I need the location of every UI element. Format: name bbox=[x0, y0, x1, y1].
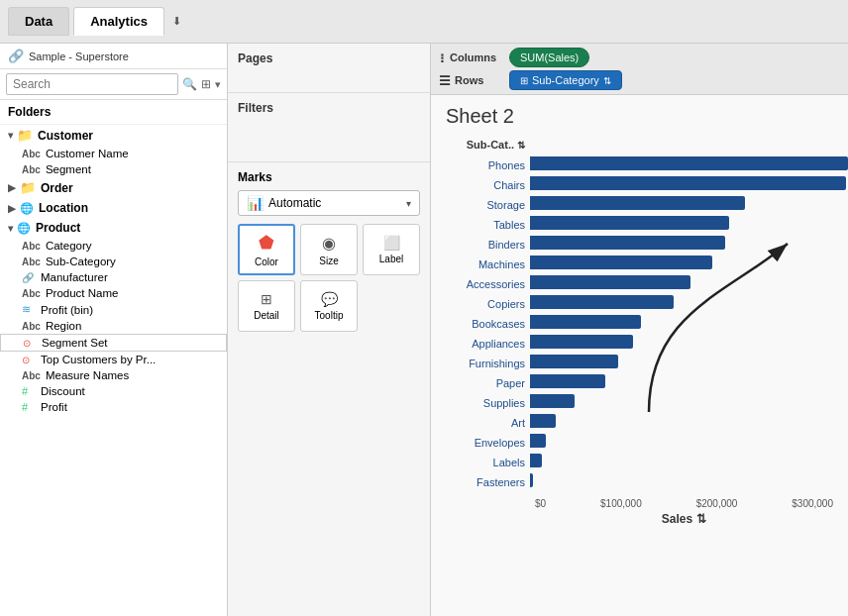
field-item-segment-set[interactable]: ⊙ Segment Set bbox=[0, 334, 227, 352]
field-group-product: ▾ 🌐 Product Abc Category Abc Sub-Categor… bbox=[0, 218, 227, 301]
marks-label-button[interactable]: ⬜ Label bbox=[363, 224, 420, 275]
bar-15 bbox=[530, 454, 542, 467]
y-axis-header: Sub-Cat.. ⇅ bbox=[467, 136, 525, 154]
marks-color-button[interactable]: ⬟ Color bbox=[238, 224, 295, 275]
tab-dropdown-icon[interactable]: ⬇ bbox=[172, 15, 181, 28]
bar-7 bbox=[530, 295, 674, 309]
field-type-icon-manufacturer: 🔗 bbox=[22, 272, 36, 283]
detail-label: Detail bbox=[254, 310, 279, 321]
bar-row-0[interactable] bbox=[530, 154, 848, 173]
bar-row-9[interactable] bbox=[530, 332, 848, 352]
rows-row: ☰ Rows ⊞ Sub-Category ⇅ bbox=[439, 70, 840, 90]
sort-icon: ⇅ bbox=[517, 140, 525, 151]
field-type-icon-profit: # bbox=[22, 401, 36, 413]
bar-row-12[interactable] bbox=[530, 391, 848, 411]
bar-row-14[interactable] bbox=[530, 431, 848, 451]
y-labels-container: PhonesChairsStorageTablesBindersMachines… bbox=[467, 155, 525, 492]
field-item-region[interactable]: Abc Region bbox=[0, 318, 227, 334]
source-bar: 🔗 Sample - Superstore bbox=[0, 44, 227, 69]
columns-icon: ⫶ bbox=[439, 51, 446, 65]
top-tabs: Data Analytics ⬇ bbox=[0, 0, 848, 44]
field-group-header-product[interactable]: ▾ 🌐 Product bbox=[0, 218, 227, 238]
y-label-7: Copiers bbox=[467, 294, 525, 314]
field-type-icon-discount: # bbox=[22, 385, 36, 397]
search-dropdown-icon[interactable]: ▾ bbox=[215, 78, 221, 91]
pages-label: Pages bbox=[238, 51, 420, 65]
field-item-customer-name[interactable]: Abc Customer Name bbox=[0, 146, 227, 161]
field-item-manufacturer[interactable]: 🔗 Manufacturer bbox=[0, 269, 227, 285]
field-item-profit-bin[interactable]: ≋ Profit (bin) bbox=[0, 301, 227, 318]
bars-container bbox=[530, 154, 848, 490]
field-label-discount: Discount bbox=[41, 385, 85, 397]
field-type-icon-customer-name: Abc bbox=[22, 149, 41, 159]
right-panel: ⫶ Columns SUM(Sales) ☰ Rows ⊞ Sub-Catego… bbox=[431, 44, 848, 616]
bar-row-1[interactable] bbox=[530, 173, 848, 193]
grid-icon[interactable]: ⊞ bbox=[201, 77, 211, 91]
field-group-header-location[interactable]: ▶ 🌐 Location bbox=[0, 198, 227, 218]
rows-sub-category-icon: ⊞ bbox=[520, 75, 528, 86]
field-item-discount[interactable]: # Discount bbox=[0, 383, 227, 399]
marks-size-button[interactable]: ◉ Size bbox=[300, 224, 358, 275]
marks-type-dropdown[interactable]: 📊 Automatic ▾ bbox=[238, 190, 420, 216]
search-input[interactable] bbox=[6, 73, 178, 95]
bar-row-8[interactable] bbox=[530, 312, 848, 332]
field-label-region: Region bbox=[46, 320, 81, 332]
field-type-icon-sub-category: Abc bbox=[22, 257, 41, 267]
bar-row-4[interactable] bbox=[530, 233, 848, 253]
field-label-manufacturer: Manufacturer bbox=[41, 271, 108, 283]
tab-analytics[interactable]: Analytics bbox=[73, 7, 164, 36]
bar-10 bbox=[530, 355, 618, 368]
rows-icon: ☰ bbox=[439, 73, 451, 88]
search-bar: 🔍 ⊞ ▾ bbox=[0, 69, 227, 100]
columns-label: ⫶ Columns bbox=[439, 51, 503, 65]
bar-row-3[interactable] bbox=[530, 213, 848, 233]
bar-row-13[interactable] bbox=[530, 411, 848, 431]
field-item-sub-category[interactable]: Abc Sub-Category bbox=[0, 254, 227, 269]
rows-pill[interactable]: ⊞ Sub-Category ⇅ bbox=[509, 70, 622, 90]
chevron-order: ▶ bbox=[8, 182, 16, 193]
main-layout: 🔗 Sample - Superstore 🔍 ⊞ ▾ Folders ▾ 📁 … bbox=[0, 44, 848, 616]
filters-label: Filters bbox=[238, 101, 420, 115]
marks-chart-icon: 📊 bbox=[247, 195, 264, 211]
group-name-order: Order bbox=[41, 181, 73, 195]
bar-9 bbox=[530, 335, 633, 349]
field-group-header-order[interactable]: ▶ 📁 Order bbox=[0, 177, 227, 198]
marks-tooltip-button[interactable]: 💬 Tooltip bbox=[300, 280, 358, 332]
field-item-category[interactable]: Abc Category bbox=[0, 238, 227, 254]
bar-row-6[interactable] bbox=[530, 272, 848, 292]
bar-3 bbox=[530, 216, 729, 230]
y-label-8: Bookcases bbox=[467, 314, 525, 334]
bar-2 bbox=[530, 196, 745, 210]
bar-row-5[interactable] bbox=[530, 253, 848, 272]
marks-type-label: Automatic bbox=[268, 196, 321, 210]
field-item-profit[interactable]: # Profit bbox=[0, 399, 227, 415]
field-item-product-name[interactable]: Abc Product Name bbox=[0, 285, 227, 301]
bar-row-15[interactable] bbox=[530, 451, 848, 470]
field-group-header-customer[interactable]: ▾ 📁 Customer bbox=[0, 125, 227, 146]
marks-detail-button[interactable]: ⊞ Detail bbox=[238, 280, 295, 332]
y-label-11: Paper bbox=[467, 373, 525, 393]
source-name: Sample - Superstore bbox=[29, 51, 129, 62]
columns-pill[interactable]: SUM(Sales) bbox=[509, 48, 589, 67]
y-label-15: Labels bbox=[467, 453, 525, 472]
y-label-10: Furnishings bbox=[467, 354, 525, 373]
bar-row-11[interactable] bbox=[530, 371, 848, 391]
bars-header-spacer bbox=[530, 136, 848, 154]
tab-data[interactable]: Data bbox=[8, 7, 69, 36]
bar-row-2[interactable] bbox=[530, 193, 848, 213]
y-label-0: Phones bbox=[467, 155, 525, 175]
field-item-segment[interactable]: Abc Segment bbox=[0, 161, 227, 177]
field-type-icon-segment-set: ⊙ bbox=[23, 338, 37, 349]
bar-row-7[interactable] bbox=[530, 292, 848, 312]
field-label-product-name: Product Name bbox=[46, 287, 119, 299]
folder-icon-customer: 📁 bbox=[17, 128, 33, 143]
left-panel: 🔗 Sample - Superstore 🔍 ⊞ ▾ Folders ▾ 📁 … bbox=[0, 44, 228, 616]
field-item-top-customers[interactable]: ⊙ Top Customers by Pr... bbox=[0, 352, 227, 367]
columns-row: ⫶ Columns SUM(Sales) bbox=[439, 48, 840, 67]
middle-panel: Pages Filters Marks 📊 Automatic ▾ ⬟ Colo… bbox=[228, 44, 431, 616]
bar-row-16[interactable] bbox=[530, 470, 848, 490]
tooltip-icon: 💬 bbox=[321, 291, 338, 307]
bar-row-10[interactable] bbox=[530, 352, 848, 371]
rows-pill-label: Sub-Category bbox=[532, 74, 599, 86]
field-item-measure-names[interactable]: Abc Measure Names bbox=[0, 367, 227, 383]
